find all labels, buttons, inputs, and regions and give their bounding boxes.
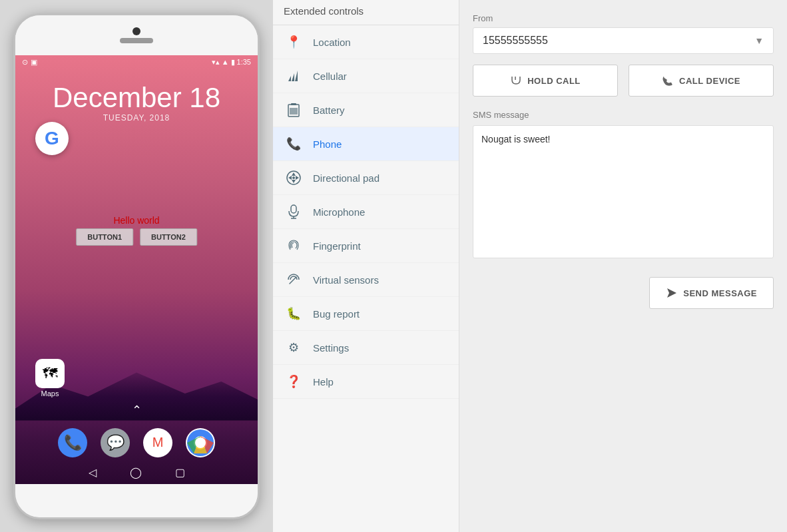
phone-sidebar-icon: 📞 xyxy=(286,136,301,151)
settings-icon: ⚙ xyxy=(286,340,301,355)
main-panel: From 15555555555 ▼ HOLD CALL CALL DEVICE… xyxy=(459,0,787,532)
virtual-sensors-icon xyxy=(286,272,301,287)
directional-pad-icon xyxy=(286,170,301,185)
sidebar-item-help[interactable]: ❓ Help xyxy=(273,365,459,399)
sidebar-item-fingerprint[interactable]: Fingerprint xyxy=(273,229,459,263)
sidebar-item-label: Help xyxy=(313,376,334,388)
send-icon xyxy=(666,287,678,299)
sidebar-item-settings[interactable]: ⚙ Settings xyxy=(273,331,459,365)
from-section: From 15555555555 ▼ xyxy=(473,13,774,54)
sidebar-item-label: Phone xyxy=(313,138,342,150)
phone-section: ⊙ ▣ ▾▴ ▲ ▮ 1:35 December 18 TUESDAY, 201… xyxy=(0,0,273,532)
svg-marker-13 xyxy=(296,176,299,180)
app-button2[interactable]: BUTTON2 xyxy=(140,228,197,246)
sidebar-item-label: Settings xyxy=(313,342,349,354)
svg-point-14 xyxy=(292,176,295,179)
battery-sidebar-icon xyxy=(286,103,301,117)
sidebar-item-label: Cellular xyxy=(313,71,347,82)
svg-marker-10 xyxy=(292,172,296,176)
google-icon[interactable]: G xyxy=(35,122,69,155)
battery-icon: ▮ xyxy=(231,58,235,67)
send-message-button[interactable]: SEND MESSAGE xyxy=(649,277,774,309)
time-display: 1:35 xyxy=(237,58,251,66)
sidebar: Extended controls 📍 Location Cellular Ba… xyxy=(273,0,459,532)
phone-speaker xyxy=(120,38,153,43)
phone-nav-bar: ◁ ◯ ▢ xyxy=(89,466,185,479)
app-button1[interactable]: BUTTON1 xyxy=(76,228,133,246)
svg-marker-12 xyxy=(288,176,292,180)
sidebar-header: Extended controls xyxy=(273,0,459,25)
phone-bottom-bar xyxy=(15,484,258,517)
sidebar-item-label: Microphone xyxy=(313,206,365,218)
svg-rect-8 xyxy=(290,108,298,115)
svg-point-2 xyxy=(195,437,206,448)
svg-marker-3 xyxy=(288,76,291,81)
sidebar-item-phone[interactable]: 📞 Phone xyxy=(273,127,459,161)
sidebar-item-label: Fingerprint xyxy=(313,240,361,252)
svg-marker-4 xyxy=(292,73,294,81)
back-icon[interactable]: ◁ xyxy=(89,466,97,479)
sms-section: SMS message Nougat is sweet! xyxy=(473,110,774,261)
dropdown-arrow-icon: ▼ xyxy=(754,35,764,46)
dock-chrome-icon[interactable] xyxy=(186,428,215,457)
hold-call-button[interactable]: HOLD CALL xyxy=(473,65,618,97)
bug-report-icon: 🐛 xyxy=(286,306,301,321)
phone-dock: 📞 💬 M xyxy=(58,428,215,457)
svg-marker-5 xyxy=(295,71,298,81)
call-device-icon xyxy=(662,75,674,87)
sidebar-item-location[interactable]: 📍 Location xyxy=(273,25,459,59)
status-bar: ⊙ ▣ ▾▴ ▲ ▮ 1:35 xyxy=(15,55,258,69)
sidebar-item-label: Location xyxy=(313,37,351,48)
sidebar-item-label: Battery xyxy=(313,105,345,116)
dock-messages-icon[interactable]: 💬 xyxy=(101,428,130,457)
chevron-up[interactable]: ⌃ xyxy=(132,403,142,417)
maps-icon-container[interactable]: 🗺 Maps xyxy=(35,359,65,398)
help-icon: ❓ xyxy=(286,374,301,389)
home-icon[interactable]: ◯ xyxy=(130,466,142,479)
fingerprint-icon xyxy=(286,238,301,253)
svg-rect-7 xyxy=(291,103,296,105)
call-device-button[interactable]: CALL DEVICE xyxy=(629,65,774,97)
sms-textarea[interactable]: Nougat is sweet! xyxy=(473,125,774,258)
sim-icon: ▣ xyxy=(31,58,37,67)
from-dropdown[interactable]: 15555555555 ▼ xyxy=(473,27,774,54)
sms-label: SMS message xyxy=(473,110,774,120)
status-left-icons: ⊙ ▣ xyxy=(22,58,37,67)
svg-marker-19 xyxy=(667,288,676,298)
maps-app-icon[interactable]: 🗺 xyxy=(35,359,65,388)
phone-camera-icon xyxy=(132,27,140,35)
wifi-icon: ▾▴ xyxy=(212,58,220,67)
maps-label: Maps xyxy=(35,390,65,398)
phone-screen: ⊙ ▣ ▾▴ ▲ ▮ 1:35 December 18 TUESDAY, 201… xyxy=(15,55,258,484)
hello-world-text: Hello world xyxy=(113,215,159,226)
alarm-icon: ⊙ xyxy=(22,58,28,67)
signal-icon: ▲ xyxy=(222,58,229,66)
date-sub: TUESDAY, 2018 xyxy=(15,113,258,123)
sidebar-item-cellular[interactable]: Cellular xyxy=(273,59,459,93)
sidebar-item-battery[interactable]: Battery xyxy=(273,93,459,127)
svg-marker-11 xyxy=(292,180,296,183)
hold-call-icon xyxy=(510,75,522,87)
from-label: From xyxy=(473,13,774,23)
sidebar-item-label: Bug report xyxy=(313,308,360,320)
microphone-icon xyxy=(286,204,301,219)
sidebar-item-bug-report[interactable]: 🐛 Bug report xyxy=(273,297,459,331)
sidebar-item-label: Directional pad xyxy=(313,172,380,184)
dock-phone-icon[interactable]: 📞 xyxy=(58,428,87,457)
sidebar-item-directional-pad[interactable]: Directional pad xyxy=(273,161,459,195)
dock-gmail-icon[interactable]: M xyxy=(143,428,172,457)
date-main: December 18 xyxy=(15,83,258,113)
phone-app-buttons: BUTTON1 BUTTON2 xyxy=(76,228,197,246)
sidebar-item-label: Virtual sensors xyxy=(313,274,379,286)
svg-rect-15 xyxy=(291,205,296,213)
recents-icon[interactable]: ▢ xyxy=(175,466,185,479)
sidebar-item-microphone[interactable]: Microphone xyxy=(273,195,459,229)
phone-body: ⊙ ▣ ▾▴ ▲ ▮ 1:35 December 18 TUESDAY, 201… xyxy=(13,13,260,519)
status-right: ▾▴ ▲ ▮ 1:35 xyxy=(212,58,251,67)
cellular-icon xyxy=(286,69,301,83)
phone-date: December 18 TUESDAY, 2018 xyxy=(15,83,258,123)
phone-top-bar xyxy=(15,15,258,55)
location-icon: 📍 xyxy=(286,35,301,49)
from-number: 15555555555 xyxy=(483,35,548,47)
sidebar-item-virtual-sensors[interactable]: Virtual sensors xyxy=(273,263,459,297)
